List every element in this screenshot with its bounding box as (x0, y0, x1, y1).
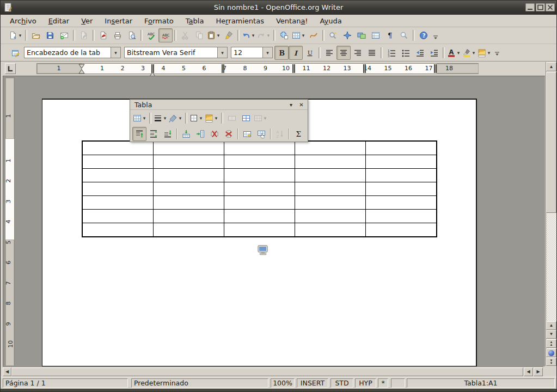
delete-row-button[interactable] (207, 127, 222, 141)
table-cell[interactable] (295, 155, 366, 169)
table-properties-button[interactable] (254, 127, 268, 141)
scroll-left-button[interactable]: ◀ (3, 367, 11, 376)
tabla-toolbar-menu-button[interactable]: ▾ (287, 101, 295, 108)
table-cell[interactable] (154, 141, 224, 155)
delete-column-button[interactable] (222, 127, 236, 141)
menu-formato[interactable]: Formato (138, 16, 180, 26)
insert-table-dropdown[interactable]: ▾ (142, 115, 147, 121)
table-cell[interactable] (82, 155, 154, 169)
center-vertical-button[interactable] (146, 127, 161, 141)
table-cell[interactable] (295, 182, 366, 196)
horizontal-ruler[interactable]: 1123456789101112131415161718 (36, 63, 479, 74)
background-color-dropdown[interactable]: ▾ (213, 115, 219, 121)
navigation-button[interactable] (546, 348, 556, 357)
table-column-separator[interactable] (222, 64, 224, 73)
table-cell[interactable] (154, 210, 224, 223)
minimize-button[interactable] (525, 3, 535, 11)
email-button[interactable] (57, 28, 71, 42)
table-column-separator[interactable] (292, 64, 295, 73)
table-cell[interactable] (154, 223, 224, 237)
scroll-up-button[interactable]: ▲ (546, 62, 556, 71)
new-document-dropdown[interactable]: ▾ (17, 33, 23, 38)
borders-button[interactable]: ▾ (189, 111, 204, 125)
table-cell[interactable] (295, 210, 366, 223)
menu-ver[interactable]: Ver (75, 16, 99, 26)
background-color-button[interactable]: ▾ (477, 46, 492, 60)
maximize-button[interactable] (536, 3, 545, 11)
insert-column-button[interactable] (193, 127, 207, 141)
align-left-button[interactable] (322, 46, 336, 60)
format-paintbrush-button[interactable] (222, 28, 236, 42)
bullet-list-button[interactable] (399, 46, 413, 60)
align-right-button[interactable] (351, 46, 365, 60)
font-size-value[interactable]: 12 (231, 48, 262, 57)
background-color-dropdown[interactable]: ▾ (486, 50, 492, 56)
menu-ayuda[interactable]: Ayuda (314, 16, 348, 26)
gallery-button[interactable] (354, 28, 369, 42)
toolbar-grip[interactable] (2, 47, 7, 59)
vertical-scrollbar[interactable]: ▲ ▲ ▼ ▲▲ ▼▼ (546, 62, 556, 366)
font-color-button[interactable]: A▾ (446, 46, 462, 60)
table-cell[interactable] (366, 210, 437, 223)
close-button[interactable] (546, 3, 555, 11)
horizontal-scrollbar-thumb[interactable] (11, 367, 523, 376)
increase-indent-button[interactable] (427, 46, 441, 60)
scroll-up-button-2[interactable]: ▲ (546, 321, 556, 330)
table-cell[interactable] (224, 141, 295, 155)
horizontal-scrollbar[interactable]: ◀ ◀ ▶ (3, 366, 556, 377)
titlebar[interactable]: Sin nombre1 - OpenOffice.org Writer (1, 1, 556, 15)
font-name-value[interactable]: Bitstream Vera Serif (125, 48, 217, 57)
font-color-dropdown[interactable]: ▾ (456, 50, 461, 56)
table-cell[interactable] (82, 196, 154, 210)
undo-button[interactable]: ▾ (241, 28, 256, 42)
background-color-button[interactable]: ▾ (204, 111, 219, 125)
status-page-indicator[interactable]: Página 1 / 1 (3, 378, 128, 388)
align-center-button[interactable] (336, 46, 351, 60)
vertical-ruler[interactable]: 112345678910 (5, 77, 15, 366)
tab-stop-selector[interactable] (5, 63, 16, 74)
bold-button[interactable]: B (274, 46, 289, 60)
table-column-separator[interactable] (151, 64, 154, 73)
scroll-down-button[interactable]: ▼ (546, 330, 556, 339)
save-button[interactable] (43, 28, 57, 42)
menu-tabla[interactable]: Tabla (180, 16, 210, 26)
toolbar-overflow-button[interactable] (492, 47, 502, 59)
status-selection-mode[interactable]: STD (330, 378, 353, 388)
table-cell[interactable] (295, 196, 366, 210)
font-name-dropdown[interactable]: ▾ (217, 47, 227, 58)
indent-marker[interactable] (78, 64, 85, 76)
insert-table-button[interactable]: ▾ (291, 28, 307, 42)
table-cell[interactable] (224, 196, 295, 210)
table-cell[interactable] (366, 223, 437, 237)
tabla-toolbar-close-button[interactable]: ✕ (297, 101, 305, 108)
numbered-list-button[interactable]: 123 (384, 46, 399, 60)
help-button[interactable]: ? (417, 28, 431, 42)
table-cell[interactable] (366, 182, 437, 196)
insert-table-dropdown[interactable]: ▾ (301, 33, 306, 38)
table-column-separator[interactable] (363, 64, 366, 73)
italic-button[interactable]: I (289, 46, 303, 60)
autoformat-button[interactable] (240, 127, 254, 141)
menu-archivo[interactable]: Archivo (4, 16, 42, 26)
table-column-separator[interactable] (434, 64, 437, 73)
status-cursor-position[interactable]: Tabla1:A1 (407, 378, 555, 388)
paragraph-style-value[interactable]: Encabezado de la tab (25, 48, 111, 57)
table-cell[interactable] (224, 182, 295, 196)
table-cell[interactable] (295, 223, 366, 237)
font-size-dropdown[interactable]: ▾ (262, 47, 272, 58)
paste-dropdown[interactable]: ▾ (216, 33, 221, 38)
highlight-color-button[interactable]: ▾ (462, 46, 477, 60)
vertical-scrollbar-thumb[interactable] (546, 72, 556, 213)
status-hyperlink-mode[interactable]: HYP (355, 378, 376, 388)
toolbar-grip[interactable] (2, 29, 7, 41)
table-cell[interactable] (154, 169, 224, 182)
print-button[interactable] (111, 28, 125, 42)
paragraph-style-combo[interactable]: Encabezado de la tab ▾ (24, 47, 121, 58)
paste-button[interactable]: ▾ (206, 28, 222, 42)
table-cell[interactable] (154, 182, 224, 196)
border-color-dropdown[interactable]: ▾ (177, 115, 183, 121)
table-cell[interactable] (82, 169, 154, 182)
tabla-toolbar-titlebar[interactable]: Tabla ▾ ✕ (130, 100, 308, 110)
table-cell[interactable] (154, 196, 224, 210)
previous-page-button[interactable]: ▲▲ (546, 339, 556, 348)
